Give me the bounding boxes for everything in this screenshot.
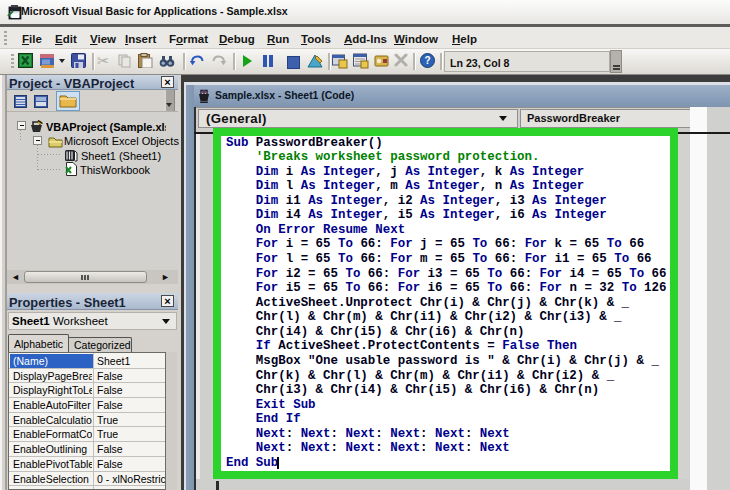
svg-text:?: ? [424, 55, 430, 66]
